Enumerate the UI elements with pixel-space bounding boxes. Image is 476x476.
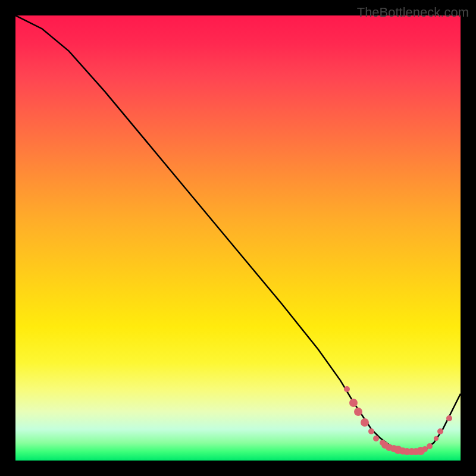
chart-marker <box>373 436 379 441</box>
chart-marker <box>446 415 452 421</box>
chart-marker <box>437 428 443 434</box>
chart-marker <box>361 418 369 427</box>
chart-marker <box>344 386 350 392</box>
chart-marker <box>368 428 374 434</box>
chart-marker <box>354 408 362 416</box>
chart-marker <box>427 443 433 449</box>
chart-marker <box>434 436 439 441</box>
watermark-text: TheBottleneck.com <box>357 5 469 20</box>
chart-marker <box>349 399 358 407</box>
chart-plot-area <box>15 15 461 461</box>
chart-curve <box>15 15 461 461</box>
